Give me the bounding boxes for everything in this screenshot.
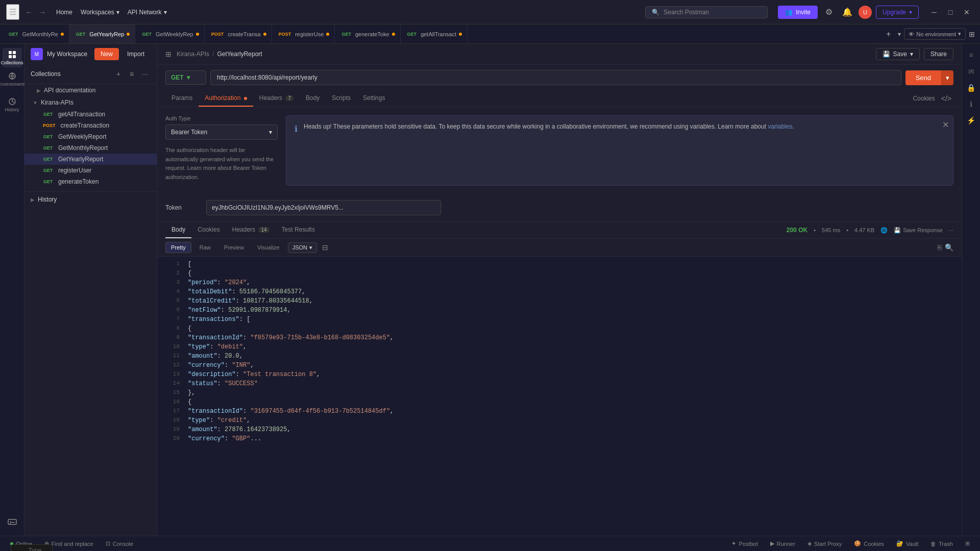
tab-generatetoke[interactable]: GETgenerateToke (335, 24, 400, 44)
grid-button[interactable]: ⊞ (961, 539, 974, 548)
upgrade-button[interactable]: Upgrade ▾ (876, 6, 919, 19)
kirana-apis-section[interactable]: ▼ Kirana-APIs (24, 96, 157, 109)
search-response-button[interactable]: 🔍 (945, 243, 953, 252)
start-proxy-button[interactable]: ◈ Start Proxy (803, 539, 846, 548)
line-content: "currency": "INR", (188, 362, 254, 369)
right-panel-icon-1[interactable]: ≡ (964, 48, 978, 62)
postbot-button[interactable]: ✦ Postbot (727, 539, 762, 548)
url-bar: GET ▾ Send ▾ (157, 65, 962, 90)
forward-button[interactable]: → (37, 7, 48, 17)
tab-createtransa[interactable]: POSTcreateTransa (205, 24, 272, 44)
resp-more-button[interactable]: ··· (949, 227, 953, 233)
no-environment-button[interactable]: 👁 No environment ▾ (904, 28, 966, 40)
collection-item-generatetoken[interactable]: GETgenerateToken (24, 176, 157, 187)
add-collection-button[interactable]: + (113, 68, 124, 80)
pretty-button[interactable]: Pretty (165, 242, 191, 253)
search-bar[interactable]: 🔍 Search Postman (645, 6, 768, 18)
tab-params[interactable]: Params (165, 90, 199, 107)
preview-button[interactable]: Preview (219, 242, 249, 253)
avatar[interactable]: U (859, 6, 872, 19)
auth-info-close-button[interactable]: ✕ (942, 120, 949, 130)
sort-collections-button[interactable]: ≡ (126, 68, 137, 80)
save-response-button[interactable]: 💾 Save Response (894, 227, 943, 234)
tab-registeruse[interactable]: POSTregisterUse (272, 24, 335, 44)
trash-button[interactable]: 🗑 Trash (926, 540, 957, 548)
code-button[interactable]: </> (939, 92, 953, 105)
filter-icon[interactable]: ⊟ (322, 243, 328, 252)
collection-item-createtransaction[interactable]: POSTcreateTransaction (24, 120, 157, 131)
auth-type-select[interactable]: Bearer Token ▾ (165, 124, 278, 140)
back-button[interactable]: ← (23, 7, 35, 17)
history-section[interactable]: ▶ History (24, 191, 157, 207)
runner-button[interactable]: ▶ Runner (766, 539, 799, 548)
collection-item-getalltransaction[interactable]: GETgetAllTransaction (24, 109, 157, 120)
tab-getyearlyrep[interactable]: GETGetYearlyRep (69, 24, 136, 44)
add-tab-button[interactable]: + (882, 30, 895, 39)
method-select[interactable]: GET ▾ (165, 70, 206, 85)
visualize-button[interactable]: Visualize (252, 242, 285, 253)
resp-tab-cookies[interactable]: Cookies (191, 222, 226, 238)
invite-button[interactable]: 👥 Invite (778, 6, 818, 19)
line-number: 9 (165, 334, 180, 340)
tab-scripts[interactable]: Scripts (326, 90, 357, 107)
save-button[interactable]: 💾 Save ▾ (876, 48, 920, 60)
tab-getmonthlyre[interactable]: GETGetMonthlyRe (2, 24, 69, 44)
resp-tab-headers[interactable]: Headers 14 (226, 222, 276, 238)
send-dropdown-button[interactable]: ▾ (941, 70, 953, 85)
console-item[interactable]: ⊡ Console (102, 539, 137, 548)
collection-item-registeruser[interactable]: GETregisterUser (24, 165, 157, 176)
menu-icon[interactable]: ☰ (6, 4, 19, 20)
code-container[interactable]: 1[2 {3 "period": "2024",4 "totalDebit": … (157, 257, 962, 536)
tab-getweeklyrep[interactable]: GETGetWeeklyRep (135, 24, 204, 44)
sidebar-item-environments[interactable]: Environments (3, 69, 22, 89)
json-format-select[interactable]: JSON ▾ (288, 242, 317, 253)
tab-overflow-button[interactable]: ▾ (895, 31, 904, 38)
right-panel-icon-3[interactable]: 🔒 (964, 81, 978, 95)
close-button[interactable]: ✕ (960, 5, 974, 19)
import-button[interactable]: Import (121, 48, 151, 60)
sidebar-item-apis[interactable] (3, 512, 22, 532)
item-method-badge: GET (41, 156, 55, 162)
sidebar-item-history[interactable]: History (3, 95, 22, 114)
api-documentation-item[interactable]: ▶ API documentation (24, 84, 157, 96)
variables-link[interactable]: variables (768, 123, 792, 130)
resp-tab-body[interactable]: Body (165, 222, 191, 238)
tab-headers[interactable]: Headers 7 (253, 90, 300, 107)
windows-search-bar[interactable]: 🔍 Type here to search (11, 544, 52, 551)
more-options-button[interactable]: ··· (139, 68, 151, 80)
collection-item-getmonthlyreport[interactable]: GETGetMonthlyReport (24, 142, 157, 154)
new-button[interactable]: New (94, 48, 119, 60)
tab-settings[interactable]: Settings (357, 90, 391, 107)
token-input[interactable]: eyJhbGciOiJIUzI1NiJ9.eyJyb2xIjoiVWs9MRV5… (206, 200, 441, 215)
minimize-button[interactable]: ─ (927, 5, 941, 19)
vault-button[interactable]: 🔐 Vault (892, 539, 922, 548)
right-panel-icon-4[interactable]: ℹ (964, 97, 978, 111)
item-name-label: registerUser (58, 167, 91, 174)
settings-icon[interactable]: ⚙ (822, 5, 836, 19)
resp-tab-test-results[interactable]: Test Results (276, 222, 321, 238)
url-input[interactable] (210, 70, 901, 85)
tab-body[interactable]: Body (300, 90, 326, 107)
right-panel-icon-bottom[interactable]: ⚡ (964, 113, 978, 128)
raw-button[interactable]: Raw (194, 242, 216, 253)
maximize-button[interactable]: □ (943, 5, 958, 19)
cookies-link[interactable]: Cookies (913, 95, 935, 102)
share-button[interactable]: Share (924, 48, 953, 60)
env-extra-button[interactable]: ⊞ (966, 30, 978, 38)
right-panel-icon-2[interactable]: ✉ (964, 64, 978, 79)
workspaces-button[interactable]: Workspaces ▾ (81, 9, 119, 16)
copy-response-button[interactable]: ⎘ (938, 243, 942, 252)
send-button[interactable]: Send (905, 70, 941, 85)
breadcrumb-collection[interactable]: Kirana-APIs (177, 51, 209, 58)
vault-icon: 🔐 (896, 540, 903, 547)
globe-icon[interactable]: 🌐 (880, 227, 888, 234)
sidebar-item-collections[interactable]: Collections (3, 48, 22, 67)
home-link[interactable]: Home (56, 9, 72, 16)
tab-getalltransact[interactable]: GETgetAllTransact (401, 24, 468, 44)
collection-item-getyearlyreport[interactable]: GETGetYearlyReport (24, 154, 157, 165)
bell-icon[interactable]: 🔔 (840, 5, 854, 19)
collection-item-getweeklyreport[interactable]: GETGetWeeklyReport (24, 131, 157, 142)
api-network-button[interactable]: API Network ▾ (128, 9, 167, 16)
cookies-taskbar-button[interactable]: 🍪 Cookies (850, 539, 888, 548)
tab-authorization[interactable]: Authorization (199, 90, 253, 107)
